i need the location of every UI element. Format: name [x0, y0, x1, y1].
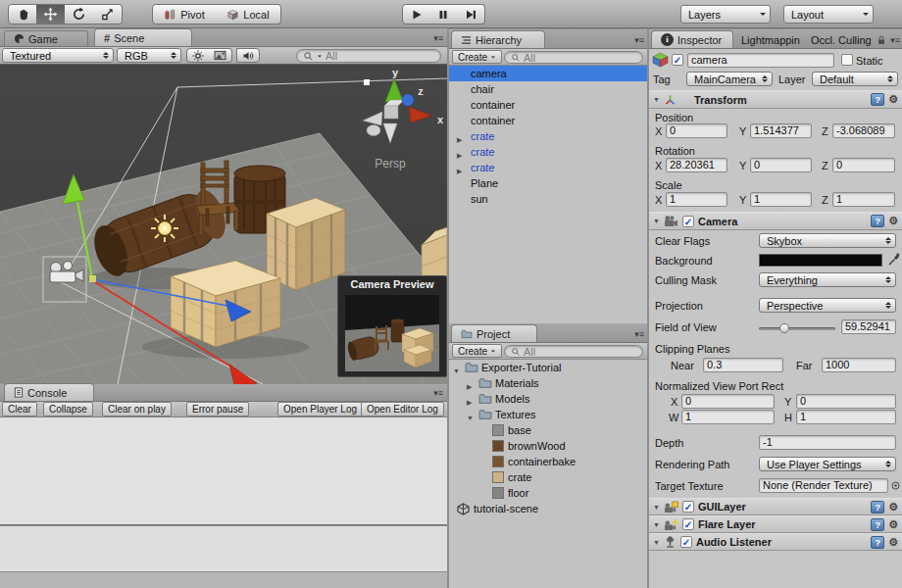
panel-menu-icon[interactable]: ▾≡: [433, 34, 443, 43]
hierarchy-item-container[interactable]: container: [449, 113, 647, 128]
tab-occlusion-culling[interactable]: Occl. Culling: [811, 34, 872, 46]
project-item-root-folder[interactable]: ▼ Exporter-Tutorial: [449, 360, 647, 375]
hierarchy-item-plane[interactable]: Plane: [449, 175, 647, 191]
camera-enabled-checkbox[interactable]: ✓: [682, 216, 694, 227]
viewport-w-field[interactable]: 1: [681, 410, 775, 424]
project-item-brownwood[interactable]: brownWood: [449, 438, 647, 454]
project-item-materials[interactable]: ▶ Materials: [449, 375, 647, 391]
project-search-input[interactable]: All: [504, 345, 643, 358]
scale-tool-button[interactable]: [93, 4, 123, 24]
culling-mask-dropdown[interactable]: Everything: [759, 272, 896, 287]
console-collapse-button[interactable]: Collapse: [43, 402, 93, 416]
rotation-x-field[interactable]: 28.20361: [666, 158, 727, 172]
console-clear-on-play-button[interactable]: Clear on play: [102, 402, 172, 416]
tab-lightmapping[interactable]: Lightmappin: [741, 34, 800, 46]
near-field[interactable]: 0.3: [703, 358, 783, 372]
gear-icon[interactable]: ⚙: [888, 93, 898, 106]
hierarchy-item-camera[interactable]: camera: [449, 66, 647, 81]
gameobject-name-field[interactable]: camera: [687, 53, 834, 68]
panel-menu-icon[interactable]: ▾≡: [634, 36, 644, 45]
foldout-icon[interactable]: ▼: [653, 504, 660, 511]
scene-lighting-toggle[interactable]: [186, 48, 210, 63]
project-item-textures[interactable]: ▼ Textures: [449, 407, 647, 422]
project-item-floor[interactable]: floor: [449, 485, 647, 501]
pause-button[interactable]: [429, 4, 458, 24]
guilayer-header[interactable]: ▼ ✓ GUILayer ? ⚙: [649, 498, 902, 515]
fov-field[interactable]: 59.52941: [841, 319, 896, 334]
hierarchy-item-crate[interactable]: ▶crate: [449, 160, 647, 175]
fov-slider-track[interactable]: [759, 327, 835, 330]
guilayer-enabled-checkbox[interactable]: ✓: [682, 501, 694, 513]
pivot-toggle-button[interactable]: Pivot: [152, 4, 217, 24]
step-button[interactable]: [457, 4, 485, 24]
target-texture-field[interactable]: None (Render Texture): [759, 478, 888, 493]
play-button[interactable]: [402, 4, 430, 24]
hierarchy-item-container[interactable]: container: [449, 97, 647, 113]
scale-z-field[interactable]: 1: [832, 192, 895, 207]
project-item-base[interactable]: base: [449, 422, 647, 438]
console-detail-pane[interactable]: [0, 526, 447, 572]
frustum-handle[interactable]: [364, 79, 370, 85]
move-tool-button[interactable]: [36, 4, 66, 24]
move-gizmo-center[interactable]: [89, 275, 96, 282]
crate-large[interactable]: [267, 198, 345, 290]
panel-menu-icon[interactable]: ▾≡: [634, 330, 644, 339]
object-picker-icon[interactable]: [891, 481, 900, 490]
tab-inspector[interactable]: i Inspector: [651, 30, 733, 48]
foldout-icon[interactable]: ▼: [653, 218, 660, 224]
lock-icon[interactable]: [877, 35, 885, 45]
help-icon[interactable]: ?: [871, 93, 884, 106]
help-icon[interactable]: ?: [871, 518, 884, 531]
hierarchy-search-input[interactable]: All: [504, 51, 643, 64]
scene-search-input[interactable]: All: [296, 49, 441, 63]
local-toggle-button[interactable]: Local: [216, 4, 281, 24]
rendering-path-dropdown[interactable]: Use Player Settings: [759, 457, 896, 471]
hierarchy-item-crate[interactable]: ▶crate: [449, 128, 647, 144]
project-item-crate[interactable]: crate: [449, 469, 647, 485]
transform-header[interactable]: ▼ Transform ? ⚙: [649, 90, 902, 109]
viewport-y-field[interactable]: 0: [796, 394, 896, 409]
help-icon[interactable]: ?: [871, 536, 884, 549]
gizmo-center-cube[interactable]: [384, 106, 398, 119]
help-icon[interactable]: ?: [871, 501, 884, 514]
position-y-field[interactable]: 1.514377: [750, 123, 812, 138]
foldout-icon[interactable]: ▼: [653, 539, 660, 546]
layers-dropdown[interactable]: Layers: [680, 5, 771, 24]
flare-layer-header[interactable]: ▼ ✓ Flare Layer ? ⚙: [649, 515, 902, 533]
tab-hierarchy[interactable]: Hierarchy: [451, 30, 545, 48]
hierarchy-item-sun[interactable]: sun: [449, 191, 647, 207]
position-z-field[interactable]: -3.068089: [832, 123, 895, 138]
gear-icon[interactable]: ⚙: [888, 215, 898, 227]
hand-tool-button[interactable]: [8, 4, 37, 24]
shading-mode-dropdown[interactable]: Textured: [2, 48, 114, 63]
static-checkbox[interactable]: [841, 54, 853, 66]
scene-effects-toggle[interactable]: [209, 48, 232, 63]
gameobject-enabled-checkbox[interactable]: ✓: [672, 54, 683, 66]
background-color-swatch[interactable]: [759, 254, 882, 267]
flare-layer-enabled-checkbox[interactable]: ✓: [682, 518, 694, 530]
panel-menu-icon[interactable]: ▾≡: [890, 36, 900, 45]
rotation-z-field[interactable]: 0: [832, 158, 895, 172]
project-item-containerbake[interactable]: containerbake: [449, 454, 647, 469]
gizmo-z-sphere[interactable]: [402, 94, 414, 106]
tab-project[interactable]: Project: [451, 324, 537, 342]
render-channel-dropdown[interactable]: RGB: [117, 48, 181, 63]
audio-listener-enabled-checkbox[interactable]: ✓: [680, 536, 692, 548]
layer-dropdown[interactable]: Default: [812, 72, 898, 86]
far-field[interactable]: 1000: [822, 358, 896, 372]
projection-dropdown[interactable]: Perspective: [759, 298, 896, 313]
gear-icon[interactable]: ⚙: [888, 536, 898, 549]
hierarchy-item-crate[interactable]: ▶crate: [449, 144, 647, 160]
help-icon[interactable]: ?: [871, 215, 884, 227]
scale-y-field[interactable]: 1: [750, 192, 812, 207]
eyedropper-icon[interactable]: [887, 252, 900, 267]
clear-flags-dropdown[interactable]: Skybox: [759, 233, 896, 248]
foldout-icon[interactable]: ▼: [653, 96, 660, 103]
rotation-y-field[interactable]: 0: [750, 158, 812, 172]
hierarchy-item-chair[interactable]: chair: [449, 81, 647, 97]
camera-component-header[interactable]: ▼ ✓ Camera ? ⚙: [649, 212, 902, 230]
project-item-models[interactable]: ▶ Models: [449, 391, 647, 407]
perspective-mode-label[interactable]: Persp: [375, 157, 406, 171]
console-log-list[interactable]: [0, 417, 447, 525]
scene-audio-toggle[interactable]: [236, 48, 260, 63]
